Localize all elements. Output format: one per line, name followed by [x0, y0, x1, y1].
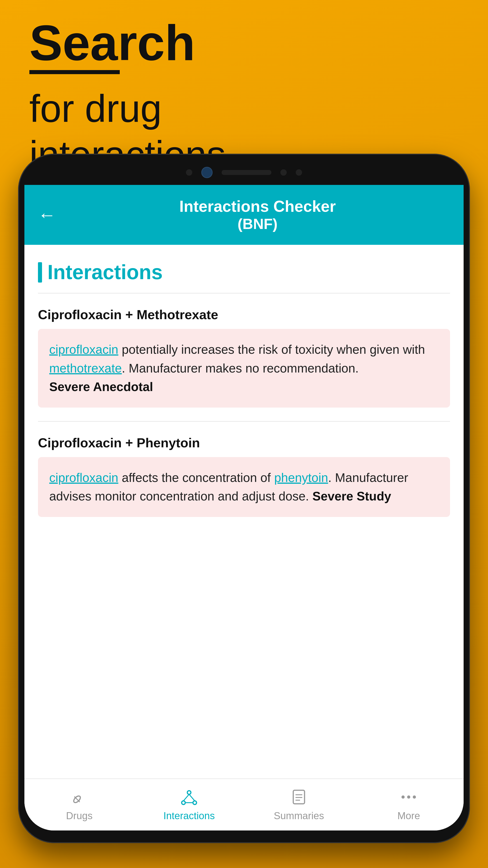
notch-sensor-2	[281, 169, 287, 176]
header-title: Interactions Checker (BNF)	[65, 197, 450, 232]
nav-label-summaries: Summaries	[274, 810, 324, 822]
svg-point-4	[193, 801, 197, 804]
svg-line-1	[74, 797, 80, 802]
severity-1: Severe Anecdotal	[49, 380, 153, 394]
drug-link-ciprofloxacin-2[interactable]: ciprofloxacin	[49, 471, 119, 485]
notch-sensor-3	[296, 169, 302, 176]
pill-icon	[70, 788, 88, 806]
svg-line-6	[189, 794, 195, 801]
drug-link-ciprofloxacin-1[interactable]: ciprofloxacin	[49, 342, 119, 356]
interaction-block-2: Ciprofloxacin + Phenytoin ciprofloxacin …	[24, 422, 464, 517]
phone-mockup: ← Interactions Checker (BNF) Interaction…	[18, 154, 470, 843]
more-icon	[400, 788, 418, 806]
svg-point-14	[413, 796, 416, 799]
header-title-main: Interactions Checker	[65, 197, 450, 215]
svg-point-13	[407, 796, 410, 799]
notch-camera	[201, 167, 213, 178]
nav-item-summaries[interactable]: Summaries	[244, 779, 354, 831]
svg-line-5	[184, 794, 189, 801]
nav-item-drugs[interactable]: Drugs	[24, 779, 134, 831]
interaction-block-1: Ciprofloxacin + Methotrexate ciprofloxac…	[24, 293, 464, 408]
hero-search-word: Search	[29, 18, 226, 68]
svg-point-2	[187, 791, 191, 794]
interaction-pair-title-2: Ciprofloxacin + Phenytoin	[38, 435, 450, 450]
header-title-sub: (BNF)	[65, 215, 450, 232]
section-title: Interactions	[47, 260, 163, 284]
bottom-nav: Drugs Interactions	[24, 778, 464, 831]
nav-label-more: More	[397, 810, 420, 822]
svg-point-3	[182, 801, 185, 804]
app-header: ← Interactions Checker (BNF)	[24, 185, 464, 245]
section-bar-accent	[38, 262, 42, 283]
section-heading: Interactions	[24, 245, 464, 293]
phone-outer: ← Interactions Checker (BNF) Interaction…	[18, 154, 470, 843]
phone-notch	[24, 160, 464, 185]
nav-label-drugs: Drugs	[66, 810, 92, 822]
notch-sensor	[186, 169, 192, 176]
nav-item-more[interactable]: More	[354, 779, 464, 831]
notch-speaker	[222, 170, 271, 175]
app-content: Interactions Ciprofloxacin + Methotrexat…	[24, 245, 464, 778]
interactions-icon	[180, 788, 198, 806]
severity-2: Severe Study	[313, 489, 391, 503]
interaction-text-1: ciprofloxacin potentially increases the …	[49, 342, 425, 394]
drug-link-methotrexate[interactable]: methotrexate	[49, 361, 122, 375]
nav-item-interactions[interactable]: Interactions	[134, 779, 244, 831]
svg-point-12	[401, 796, 404, 799]
nav-label-interactions: Interactions	[163, 810, 215, 822]
drug-link-phenytoin[interactable]: phenytoin	[274, 471, 328, 485]
interaction-card-1: ciprofloxacin potentially increases the …	[38, 329, 450, 408]
back-button[interactable]: ←	[38, 205, 56, 225]
interaction-pair-title-1: Ciprofloxacin + Methotrexate	[38, 307, 450, 322]
interaction-card-2: ciprofloxacin affects the concentration …	[38, 457, 450, 517]
phone-screen: ← Interactions Checker (BNF) Interaction…	[24, 185, 464, 831]
summaries-icon	[290, 788, 308, 806]
interaction-text-2: ciprofloxacin affects the concentration …	[49, 471, 408, 503]
